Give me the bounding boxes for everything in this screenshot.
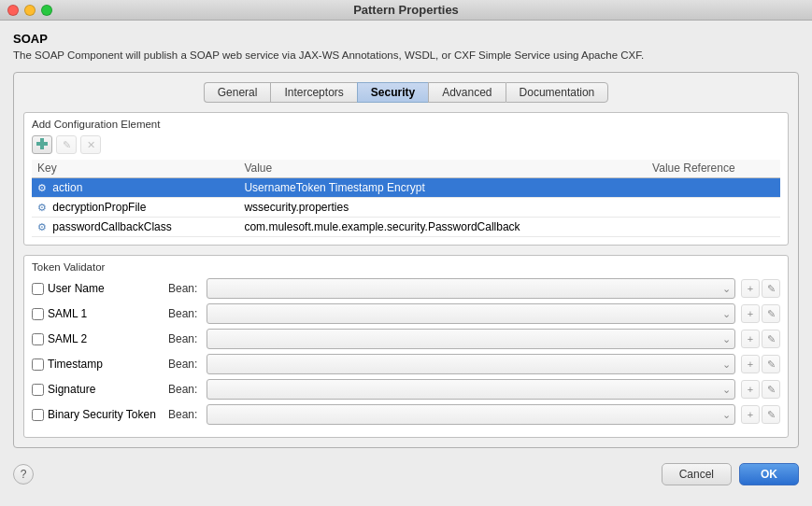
bean-select-wrapper-user-name [207, 278, 735, 299]
bean-label-user-name: Bean: [168, 282, 197, 295]
row-add-btn-saml1[interactable]: + [741, 304, 760, 323]
tab-general[interactable]: General [204, 82, 271, 103]
bean-select-signature[interactable] [207, 379, 735, 400]
add-config-button[interactable] [32, 135, 52, 154]
svg-rect-2 [40, 142, 44, 146]
config-table: Key Value Value Reference ⚙ action Usern… [32, 160, 780, 237]
table-row[interactable]: ⚙ decryptionPropFile wssecurity.properti… [32, 198, 780, 218]
table-cell-ref [647, 178, 780, 198]
soap-description: The SOAP Component will publish a SOAP w… [13, 49, 799, 61]
bottom-buttons: Cancel OK [662, 463, 799, 485]
row-buttons-signature: + ✎ [741, 380, 780, 399]
row-add-btn-saml2[interactable]: + [741, 330, 760, 348]
add-config-section: Add Configuration Element ✎ ✕ Key [23, 112, 789, 246]
row-buttons-timestamp: + ✎ [741, 355, 780, 373]
token-checkbox-binary-security-token[interactable] [32, 409, 44, 421]
add-config-title: Add Configuration Element [32, 119, 780, 130]
tab-interceptors[interactable]: Interceptors [270, 82, 356, 103]
token-label-signature: Signature [32, 383, 163, 396]
edit-config-button[interactable]: ✎ [56, 135, 77, 154]
table-cell-value: com.mulesoft.mule.example.security.Passw… [238, 218, 647, 237]
row-buttons-user-name: + ✎ [741, 279, 780, 298]
table-cell-key: ⚙ action [32, 178, 238, 198]
col-ref: Value Reference [647, 160, 780, 178]
bean-select-timestamp[interactable] [207, 354, 735, 374]
content-area: SOAP The SOAP Component will publish a S… [0, 21, 812, 456]
row-edit-btn-user-name[interactable]: ✎ [762, 279, 780, 298]
bean-label-binary-security-token: Bean: [168, 408, 197, 421]
row-edit-btn-timestamp[interactable]: ✎ [762, 355, 780, 373]
table-cell-value: wssecurity.properties [238, 198, 647, 218]
help-button[interactable]: ? [13, 464, 34, 485]
config-toolbar: ✎ ✕ [32, 135, 780, 154]
token-row-user-name: User Name Bean: + ✎ [32, 278, 780, 299]
table-cell-value: UsernameToken Timestamp Encrypt [238, 178, 647, 198]
token-row-saml1: SAML 1 Bean: + ✎ [32, 303, 780, 324]
table-cell-key: ⚙ passwordCallbackClass [32, 218, 238, 237]
token-label-user-name: User Name [32, 282, 163, 295]
row-edit-btn-binary-security-token[interactable]: ✎ [762, 405, 780, 424]
token-checkbox-signature[interactable] [32, 384, 44, 396]
token-row-timestamp: Timestamp Bean: + ✎ [32, 354, 780, 374]
bean-select-wrapper-signature [207, 379, 735, 400]
svg-rect-3 [44, 142, 48, 146]
edit-icon: ✎ [63, 139, 71, 151]
delete-config-button[interactable]: ✕ [80, 135, 101, 154]
token-row-binary-security-token: Binary Security Token Bean: + ✎ [32, 404, 780, 425]
ok-button[interactable]: OK [739, 463, 799, 485]
tab-bar: General Interceptors Security Advanced D… [23, 82, 789, 103]
row-buttons-binary-security-token: + ✎ [741, 405, 780, 424]
svg-rect-1 [36, 142, 40, 146]
tab-advanced[interactable]: Advanced [428, 82, 505, 103]
token-checkbox-saml2[interactable] [32, 333, 44, 345]
token-label-binary-security-token: Binary Security Token [32, 408, 163, 421]
minimize-button[interactable] [24, 5, 36, 16]
traffic-lights [7, 5, 52, 16]
row-edit-btn-signature[interactable]: ✎ [762, 380, 780, 399]
token-label-saml1: SAML 1 [32, 307, 163, 320]
tab-security[interactable]: Security [357, 82, 428, 103]
tab-documentation[interactable]: Documentation [506, 82, 609, 103]
token-checkbox-user-name[interactable] [32, 283, 44, 295]
main-panel: General Interceptors Security Advanced D… [13, 72, 799, 448]
window-title: Pattern Properties [353, 3, 459, 17]
bean-label-signature: Bean: [168, 383, 197, 396]
row-edit-btn-saml2[interactable]: ✎ [762, 330, 780, 348]
maximize-button[interactable] [41, 5, 52, 16]
row-add-btn-user-name[interactable]: + [741, 279, 760, 298]
row-icon: ⚙ [37, 182, 47, 193]
title-bar: Pattern Properties [0, 0, 812, 21]
bean-select-wrapper-saml1 [207, 303, 735, 324]
token-checkbox-saml1[interactable] [32, 308, 44, 320]
svg-rect-4 [40, 146, 44, 149]
bean-select-wrapper-timestamp [207, 354, 735, 374]
bean-label-saml2: Bean: [168, 332, 197, 345]
row-icon: ⚙ [37, 202, 47, 213]
bean-select-user-name[interactable] [207, 278, 735, 299]
bean-select-wrapper-binary-security-token [207, 404, 735, 425]
row-add-btn-timestamp[interactable]: + [741, 355, 760, 373]
table-row[interactable]: ⚙ action UsernameToken Timestamp Encrypt [32, 178, 780, 198]
bean-label-timestamp: Bean: [168, 358, 197, 371]
table-cell-ref [647, 218, 780, 237]
cancel-button[interactable]: Cancel [662, 463, 732, 485]
row-buttons-saml1: + ✎ [741, 304, 780, 323]
row-add-btn-binary-security-token[interactable]: + [741, 405, 760, 424]
svg-rect-0 [40, 138, 44, 142]
close-button[interactable] [7, 5, 19, 16]
bean-select-saml2[interactable] [207, 329, 735, 349]
row-icon: ⚙ [37, 221, 47, 232]
bean-select-saml1[interactable] [207, 303, 735, 324]
col-key: Key [32, 160, 238, 178]
token-validator-section: Token Validator User Name Bean: + ✎ [23, 255, 789, 438]
table-cell-key: ⚙ decryptionPropFile [32, 198, 238, 218]
row-add-btn-signature[interactable]: + [741, 380, 760, 399]
token-row-saml2: SAML 2 Bean: + ✎ [32, 329, 780, 349]
bean-label-saml1: Bean: [168, 307, 197, 320]
token-row-signature: Signature Bean: + ✎ [32, 379, 780, 400]
row-edit-btn-saml1[interactable]: ✎ [762, 304, 780, 323]
table-row[interactable]: ⚙ passwordCallbackClass com.mulesoft.mul… [32, 218, 780, 237]
token-checkbox-timestamp[interactable] [32, 358, 44, 371]
bean-select-binary-security-token[interactable] [207, 404, 735, 425]
delete-icon: ✕ [87, 139, 95, 151]
